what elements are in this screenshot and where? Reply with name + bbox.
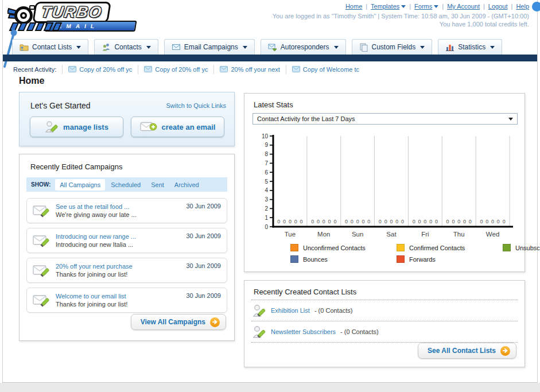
envelope-icon [172,42,181,52]
tab-email-campaigns[interactable]: Email Campaigns [164,39,255,55]
svg-text:0: 0 [418,219,421,224]
svg-text:0: 0 [367,219,370,224]
envelope-icon [68,66,76,72]
legend-item: Unsubscribes [503,244,540,251]
svg-text:0: 0 [379,219,382,224]
svg-text:Thu: Thu [453,231,465,238]
svg-text:0: 0 [452,219,454,224]
svg-text:0: 0 [413,219,415,224]
svg-text:0: 0 [485,219,488,224]
campaign-filter-bar: SHOW: All Campaigns Scheduled Sent Archi… [26,177,227,192]
envelope-arrow-icon [268,42,277,52]
tab-autoresponders[interactable]: Autoresponders [261,39,346,55]
button-label: create an email [162,123,216,131]
svg-text:0: 0 [463,219,466,224]
page-container: TURBO EMAIL Home | Templates | Forms | M… [2,0,538,383]
svg-text:0: 0 [395,219,398,224]
campaign-title-link[interactable]: See us at the retail food ... [56,203,181,211]
decor-circle [532,2,540,11]
tab-contact-lists[interactable]: Contact Lists [12,39,88,55]
recent-activity-label: Recent Activity: [13,66,56,73]
svg-text:Fri: Fri [421,231,429,238]
recent-activity-item[interactable]: Copy of 20% off yc [138,65,213,74]
show-label: SHOW: [31,181,50,188]
svg-text:0: 0 [265,224,268,230]
manage-lists-button[interactable]: manage lists [30,117,123,137]
legend-item: Bounces [290,255,397,263]
navy-divider-band [3,55,537,61]
contact-lists-panel: Recently Created Contact Lists Exhibitio… [244,280,525,367]
legend-label: Forwards [409,256,436,263]
campaign-title-link[interactable]: Introducing our new range ... [56,232,181,240]
svg-text:0: 0 [351,219,353,224]
svg-text:0: 0 [333,219,336,224]
nav-link-help[interactable]: Help [516,3,529,10]
create-email-button[interactable]: create an email [131,117,224,137]
folder-contacts-icon [20,42,29,52]
recent-activity-item[interactable]: Copy of 20% off yc [62,65,138,74]
filter-archived[interactable]: Archived [174,181,199,188]
session-status: You are logged in as "Timothy Smith" | S… [273,12,529,28]
recent-activity-item[interactable]: Copy of Welcome tc [286,65,365,74]
top-nav-links: Home | Templates | Forms | My Account | … [345,3,529,10]
person-pencil-icon [252,324,266,339]
filter-all-campaigns[interactable]: All Campaigns [55,179,105,191]
campaign-title-link[interactable]: Welcome to our email list [56,292,181,300]
svg-text:0: 0 [401,219,404,224]
button-label: manage lists [63,123,108,131]
link-separator: | [483,3,485,10]
see-all-contact-lists-button[interactable]: See All Contact Lists [418,343,516,359]
svg-text:0: 0 [446,219,449,224]
contact-list-link[interactable]: Newsletter Subscribers [271,328,336,335]
filter-scheduled[interactable]: Scheduled [111,181,141,188]
view-all-campaigns-button[interactable]: View All Campaigns [131,314,226,330]
get-started-title: Let's Get Started [30,101,91,110]
turbo-email-logo: TURBO EMAIL [7,2,145,34]
campaign-title-link[interactable]: 20% off your next purchase [56,262,181,270]
nav-link-forms[interactable]: Forms [414,3,438,10]
recent-activity-bar: Recent Activity: Copy of 20% off yc Copy… [3,61,537,77]
activity-chart: 01234567891000000Tue00000Mon00000Sun0000… [252,130,518,243]
contact-list-item: Newsletter Subscribers - (0 Contacts) [251,321,518,342]
tab-label: Autoresponders [281,43,329,51]
legend-swatch-unsubscribes [503,244,511,251]
campaign-date: 30 Jun 2009 [186,232,221,239]
tab-label: Email Campaigns [184,43,238,51]
tab-statistics[interactable]: Statistics [438,39,502,55]
link-separator: | [511,3,513,10]
contact-list-count: - (0 Contacts) [340,328,379,335]
contact-lists-title: Recently Created Contact Lists [254,288,356,296]
nav-link-logout[interactable]: Logout [488,3,508,10]
campaign-row: Introducing our new range ... Introducin… [26,228,227,253]
recent-activity-link: 20% off your next [231,66,279,73]
svg-text:0: 0 [277,219,280,224]
envelope-pencil-icon [33,263,51,278]
svg-text:0: 0 [300,219,303,224]
stats-report-select[interactable]: Contact Activity for the Last 7 Days [252,113,518,125]
campaign-subject: Thanks for joining our list! [56,270,181,278]
arrow-circle-icon [500,346,510,356]
contact-list-link[interactable]: Exhibition List [271,307,310,314]
svg-text:0: 0 [311,219,314,224]
svg-text:0: 0 [384,219,387,224]
svg-text:Tue: Tue [285,231,296,238]
nav-link-home[interactable]: Home [345,3,362,10]
svg-text:0: 0 [356,219,359,224]
tab-custom-fields[interactable]: Custom Fields [352,39,433,55]
svg-text:4: 4 [265,187,268,193]
nav-link-templates[interactable]: Templates [371,3,406,10]
link-separator: | [409,3,411,10]
nav-link-my-account[interactable]: My Account [447,3,480,10]
envelope-icon [144,66,152,72]
campaign-subject: Thanks for joining our list! [56,300,181,308]
campaign-row: See us at the retail food ... We're givi… [26,198,227,223]
legend-swatch-unconfirmed [290,244,298,251]
tab-contacts[interactable]: Contacts [94,39,158,55]
svg-text:Mon: Mon [317,231,330,238]
svg-text:0: 0 [283,219,286,224]
svg-text:0: 0 [497,219,500,224]
filter-sent[interactable]: Sent [151,181,164,188]
campaigns-panel: Recently Edited Campaigns SHOW: All Camp… [19,154,235,341]
switch-quick-links[interactable]: Switch to Quick Links [166,102,226,109]
recent-activity-item[interactable]: 20% off your next [213,65,285,74]
